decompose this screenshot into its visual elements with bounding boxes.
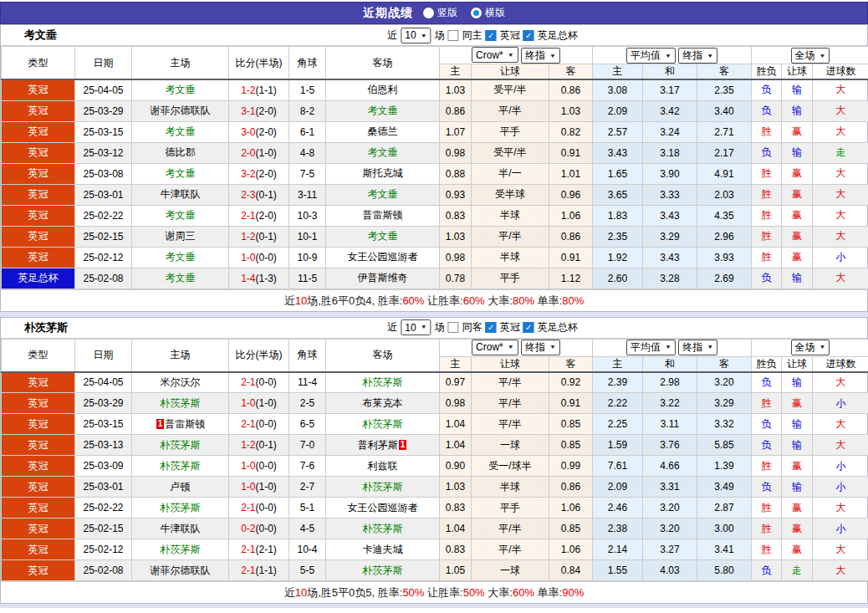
sub-col-header: 和 (643, 64, 697, 80)
cell-crow-odds: 0.97 (440, 372, 472, 393)
cell-result: 胜 (752, 393, 782, 414)
match-row: 英冠25-02-12考文垂1-0(0-0)10-9女王公园巡游者0.98半球0.… (2, 247, 868, 268)
radio-label: 竖版 (437, 6, 457, 20)
chevron-down-icon: ▼ (549, 345, 556, 350)
cell-corners: 7-0 (289, 435, 326, 456)
sub-col-header: 和 (643, 356, 697, 372)
cell-crow-odds: 0.86 (440, 100, 472, 121)
cell-score: 1-0(1-0) (229, 477, 289, 498)
filter-controls: 近10▼场同主✓英冠✓英足总杯 (387, 28, 577, 43)
same-side-checkbox[interactable] (448, 322, 459, 333)
cell-average-odds: 3.49 (697, 477, 752, 498)
cell-crow-odds: 0.83 (440, 539, 472, 560)
radio-icon[interactable] (423, 8, 434, 18)
cell-result: 负 (752, 100, 782, 121)
final-index-select-2[interactable]: 终指▼ (678, 340, 717, 355)
cell-score: 0-2(0-0) (229, 518, 289, 539)
cell-average-odds: 2.35 (593, 226, 643, 247)
full-match-select[interactable]: 全场▼ (791, 48, 830, 64)
league-checkbox[interactable]: ✓ (486, 30, 497, 41)
match-row: 英冠25-02-12朴茨茅斯2-1(2-1)10-4卡迪夫城0.83平/半1.0… (2, 539, 868, 560)
cell-score: 2-1(2-1) (229, 539, 289, 560)
chevron-down-icon: ▼ (549, 53, 556, 59)
layout-radio-vertical[interactable]: 竖版 (423, 6, 457, 20)
cell-date: 25-03-08 (75, 163, 132, 184)
cell-competition: 英冠 (2, 456, 75, 477)
match-row: 英足总杯25-02-08考文垂1-4(1-3)11-5伊普斯维奇0.78平手1.… (2, 268, 868, 289)
league-checkbox[interactable]: ✓ (486, 322, 497, 333)
average-odds-select[interactable]: 平均值▼ (626, 48, 676, 64)
cell-competition: 英冠 (2, 393, 75, 414)
cell-result: 输 (782, 477, 813, 498)
match-row: 英冠25-03-29朴茨茅斯1-0(1-0)2-5布莱克本0.98平/半0.91… (2, 393, 868, 414)
final-index-select-2[interactable]: 终指▼ (678, 48, 717, 64)
full-match-select[interactable]: 全场▼ (791, 340, 830, 355)
cell-crow-odds: 半/一 (472, 163, 549, 184)
cell-score: 3-0(2-0) (229, 121, 289, 142)
cell-crow-odds: 1.05 (440, 560, 472, 581)
final-index-select[interactable]: 终指▼ (521, 340, 560, 355)
cell-home-team: 牛津联队 (132, 518, 229, 539)
cell-result: 小 (813, 393, 868, 414)
cell-away-team: 伯恩利 (326, 79, 440, 100)
matches-count-select[interactable]: 10▼ (401, 319, 431, 335)
cell-crow-odds: 0.91 (549, 247, 593, 268)
sub-col-header: 胜负 (752, 64, 782, 80)
cup-checkbox[interactable]: ✓ (523, 322, 534, 333)
matches-count-select[interactable]: 10▼ (401, 28, 431, 43)
cell-home-team: 1普雷斯顿 (132, 414, 229, 435)
cell-score: 1-0(1-0) (229, 393, 289, 414)
match-row: 英冠25-03-01卢顿1-0(1-0)2-7朴茨茅斯1.03半球0.862.0… (2, 477, 868, 498)
crow-odds-select[interactable]: Crow*▼ (472, 47, 518, 63)
cell-competition: 英冠 (2, 163, 75, 184)
cell-result: 负 (752, 477, 782, 498)
average-odds-select[interactable]: 平均值▼ (626, 340, 676, 355)
cup-checkbox[interactable]: ✓ (523, 30, 534, 41)
cell-crow-odds: 一球 (472, 560, 549, 581)
cell-competition: 英冠 (2, 100, 75, 121)
cell-corners: 6-1 (289, 121, 326, 142)
cell-corners: 7-6 (289, 456, 326, 477)
same-side-checkbox[interactable] (448, 30, 459, 41)
match-row: 英冠25-03-09朴茨茅斯1-0(0-0)7-6利兹联0.90受一/球半0.9… (2, 456, 868, 477)
cell-average-odds: 2.60 (593, 268, 643, 289)
recent-results-page: 近期战绩 竖版 横版 考文垂近10▼场同主✓英冠✓英足总杯类型日期主场比分(半场… (0, 0, 868, 608)
crow-odds-select[interactable]: Crow*▼ (472, 340, 518, 355)
cell-average-odds: 2.14 (593, 539, 643, 560)
cell-crow-odds: 0.82 (549, 121, 593, 142)
cell-home-team: 朴茨茅斯 (132, 539, 229, 560)
col-header-score: 比分(半场) (229, 339, 289, 372)
cell-result: 大 (813, 205, 868, 226)
cell-crow-odds: 0.98 (440, 393, 472, 414)
cell-result: 负 (752, 372, 782, 393)
cell-corners: 4-8 (289, 142, 326, 163)
cell-score: 3-1(2-0) (229, 100, 289, 121)
cell-crow-odds: 受平/半 (472, 142, 549, 163)
cell-corners: 10-3 (289, 205, 326, 226)
cell-crow-odds: 受平/半 (472, 79, 549, 100)
full-match-group-header: 全场▼ (752, 47, 868, 64)
cell-result: 胜 (752, 518, 782, 539)
cell-average-odds: 2.03 (697, 184, 752, 205)
match-row: 英冠25-02-15谢周三1-2(0-1)10-1考文垂1.03平/半0.862… (2, 226, 868, 247)
cell-result: 大 (813, 163, 868, 184)
cell-competition: 英冠 (2, 247, 75, 268)
cell-score: 1-2(1-1) (229, 79, 289, 100)
red-card-badge: 1 (399, 440, 407, 450)
cell-crow-odds: 半球 (472, 205, 549, 226)
cell-average-odds: 5.85 (697, 435, 752, 456)
layout-radio-horizontal[interactable]: 横版 (471, 6, 505, 20)
cell-home-team: 牛津联队 (132, 184, 229, 205)
cell-crow-odds: 0.98 (440, 142, 472, 163)
match-row: 英冠25-02-15牛津联队0-2(0-0)4-5朴茨茅斯1.04平/半0.85… (2, 518, 868, 539)
radio-icon[interactable] (471, 8, 482, 18)
team-section-1: 考文垂近10▼场同主✓英冠✓英足总杯类型日期主场比分(半场)角球客场Crow*▼… (0, 24, 868, 312)
cell-crow-odds: 1.04 (440, 435, 472, 456)
chevron-down-icon: ▼ (665, 52, 671, 58)
cell-date: 25-02-15 (75, 226, 132, 247)
cell-competition: 英冠 (2, 226, 75, 247)
final-index-select[interactable]: 终指▼ (521, 48, 560, 64)
cell-date: 25-03-15 (75, 414, 132, 435)
cell-average-odds: 2.25 (593, 414, 643, 435)
cell-home-team: 朴茨茅斯 (132, 393, 229, 414)
